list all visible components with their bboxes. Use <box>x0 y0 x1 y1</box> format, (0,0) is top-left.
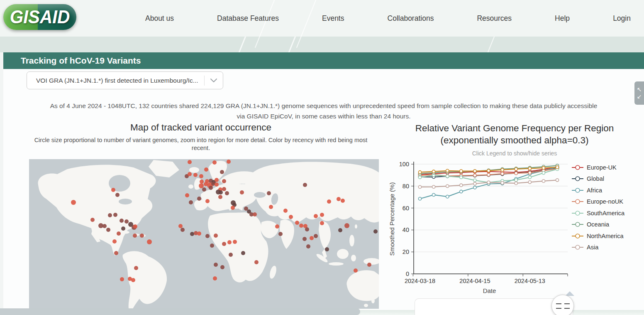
variant-dot[interactable] <box>241 251 245 255</box>
variant-dot[interactable] <box>305 227 309 231</box>
variant-dot[interactable] <box>314 234 318 238</box>
variant-dot[interactable] <box>185 193 189 197</box>
variant-dot[interactable] <box>181 228 185 232</box>
variant-dot[interactable] <box>354 268 358 273</box>
variant-dot[interactable] <box>344 223 349 228</box>
variant-dot[interactable] <box>202 187 206 192</box>
variant-dot[interactable] <box>229 253 233 257</box>
variant-dot[interactable] <box>112 239 117 244</box>
chevron-down-icon[interactable] <box>205 79 223 83</box>
variant-dot[interactable] <box>338 228 342 232</box>
variant-dot[interactable] <box>303 183 307 187</box>
nav-item-about-us[interactable]: About us <box>141 12 178 25</box>
nav-item-resources[interactable]: Resources <box>473 12 516 25</box>
variant-dot[interactable] <box>205 234 210 238</box>
variant-dot[interactable] <box>114 251 118 255</box>
variant-dot[interactable] <box>240 190 244 194</box>
variant-dot[interactable] <box>188 160 192 164</box>
world-map[interactable] <box>29 159 379 309</box>
legend-item-Oceania[interactable]: Oceania <box>572 219 624 231</box>
variant-dot[interactable] <box>269 205 273 209</box>
variant-dot[interactable] <box>314 214 318 218</box>
nav-item-collaborations[interactable]: Collaborations <box>383 12 438 25</box>
variant-dot[interactable] <box>133 224 137 229</box>
variant-dot[interactable] <box>327 199 331 204</box>
variant-dot[interactable] <box>212 160 217 165</box>
variant-dot[interactable] <box>215 178 219 182</box>
nav-item-login[interactable]: Login <box>609 12 635 25</box>
gisaid-logo[interactable]: GISAID <box>3 4 76 30</box>
variant-dot[interactable] <box>218 195 222 199</box>
legend-item-Europe-noUK[interactable]: Europe-noUK <box>572 196 624 208</box>
nav-item-help[interactable]: Help <box>551 12 574 25</box>
legend-item-Europe-UK[interactable]: Europe-UK <box>572 162 624 173</box>
variant-dot[interactable] <box>197 197 201 201</box>
variant-dot[interactable] <box>254 260 259 264</box>
variant-dot[interactable] <box>367 263 371 267</box>
variant-dot[interactable] <box>283 209 288 213</box>
variant-dot[interactable] <box>302 237 307 241</box>
variant-dot[interactable] <box>220 265 224 269</box>
variant-dot[interactable] <box>220 170 224 174</box>
legend-item-NorthAmerica[interactable]: NorthAmerica <box>572 230 624 242</box>
variant-dot[interactable] <box>213 276 217 281</box>
variant-dot[interactable] <box>337 197 341 201</box>
variant-dot[interactable] <box>131 278 135 282</box>
variant-dot[interactable] <box>189 200 193 204</box>
variant-dot[interactable] <box>210 244 214 248</box>
variant-dot[interactable] <box>120 219 124 223</box>
horizontal-scrollbar-thumb[interactable] <box>0 308 360 315</box>
variant-dot[interactable] <box>90 218 95 222</box>
variant-dot[interactable] <box>306 244 310 249</box>
variant-dot[interactable] <box>275 224 279 229</box>
variant-dot[interactable] <box>295 221 299 225</box>
variant-dot[interactable] <box>193 173 198 177</box>
legend-item-Asia[interactable]: Asia <box>572 242 624 253</box>
variant-dot[interactable] <box>134 266 138 270</box>
variant-dot[interactable] <box>140 234 144 238</box>
variant-dot[interactable] <box>106 228 110 232</box>
variant-dot[interactable] <box>205 199 210 203</box>
line-chart-canvas[interactable]: 0204060801002024-03-182024-04-152024-05-… <box>388 162 571 295</box>
variant-dot[interactable] <box>227 160 231 164</box>
legend-item-Africa[interactable]: Africa <box>572 185 624 196</box>
legend-item-SouthAmerica[interactable]: SouthAmerica <box>572 207 624 219</box>
variant-select[interactable]: VOI GRA (JN.1+JN.1.*) first detected in … <box>27 71 223 89</box>
variant-dot[interactable] <box>188 172 192 176</box>
list-toggle-button[interactable] <box>551 295 574 315</box>
variant-dot[interactable] <box>299 224 303 228</box>
variant-dot[interactable] <box>124 219 129 224</box>
nav-item-events[interactable]: Events <box>318 12 349 25</box>
variant-dot[interactable] <box>341 199 345 203</box>
variant-dot[interactable] <box>222 187 226 191</box>
variant-dot[interactable] <box>222 242 226 246</box>
variant-dot[interactable] <box>278 232 283 236</box>
variant-dot[interactable] <box>117 231 121 236</box>
variant-dot[interactable] <box>214 234 218 238</box>
variant-dot[interactable] <box>111 188 115 192</box>
variant-dot[interactable] <box>227 240 232 244</box>
variant-dot[interactable] <box>102 224 107 228</box>
variant-dot[interactable] <box>121 226 125 231</box>
legend-item-Global[interactable]: Global <box>572 173 624 185</box>
variant-dot[interactable] <box>199 174 203 178</box>
variant-dot[interactable] <box>325 247 329 251</box>
variant-dot[interactable] <box>253 212 257 217</box>
variant-dot[interactable] <box>231 206 235 210</box>
variant-dot[interactable] <box>133 234 137 238</box>
variant-dot[interactable] <box>215 182 219 187</box>
variant-dot[interactable] <box>214 263 218 267</box>
variant-dot[interactable] <box>267 191 271 195</box>
variant-dot[interactable] <box>108 213 112 217</box>
variant-dot[interactable] <box>233 240 237 244</box>
variant-dot[interactable] <box>373 229 378 234</box>
variant-dot[interactable] <box>222 179 226 183</box>
variant-dot[interactable] <box>120 277 124 281</box>
expand-down-left-icon[interactable]: ↙ <box>637 94 642 99</box>
variant-dot[interactable] <box>310 236 314 240</box>
expand-up-left-icon[interactable]: ↖ <box>637 87 642 92</box>
variant-dot[interactable] <box>219 190 223 194</box>
variant-dot[interactable] <box>147 239 152 244</box>
nav-item-database-features[interactable]: Database Features <box>213 12 283 25</box>
variant-dot[interactable] <box>209 186 213 190</box>
